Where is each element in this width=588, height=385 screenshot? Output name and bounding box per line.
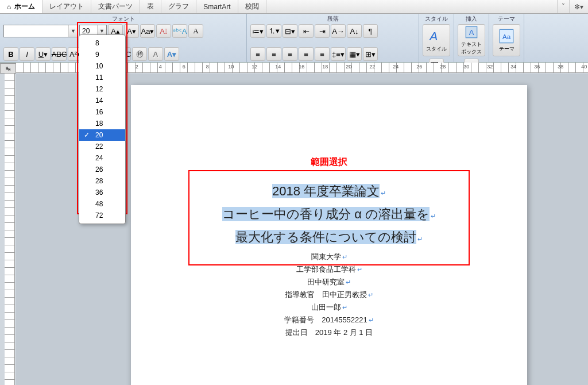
group-styles-label: スタイル	[423, 15, 450, 23]
strike-button[interactable]: ABC	[52, 47, 67, 61]
doc-line[interactable]: 提出日 2019 年 2 月 1 日	[177, 328, 481, 338]
clear-format-button[interactable]: A⃠	[156, 24, 171, 38]
styles-button[interactable]: A スタイル	[423, 24, 450, 56]
svg-text:A: A	[428, 29, 438, 43]
change-case-button[interactable]: Aa▾	[140, 24, 155, 38]
font-size-option[interactable]: 14	[79, 95, 125, 106]
font-size-option[interactable]: 48	[79, 198, 125, 210]
font-size-option[interactable]: 24	[79, 152, 125, 164]
collapse-ribbon[interactable]: ˇ	[557, 0, 569, 13]
font-size-option[interactable]: 20	[79, 129, 125, 141]
tab-graph[interactable]: グラフ	[161, 0, 196, 13]
ruler-ticks: 2468101214161820222426283032343638404244	[131, 64, 588, 70]
line-spacing-button[interactable]: ‡≡▾	[331, 47, 346, 61]
underline-button[interactable]: U▾	[36, 47, 51, 61]
doc-line[interactable]: 工学部食品工学科↵	[177, 264, 481, 275]
char-border-button[interactable]: A	[188, 24, 203, 38]
group-theme-label: テーマ	[493, 15, 520, 23]
ruler-vertical[interactable]	[5, 74, 15, 385]
justify-button[interactable]: ≡	[299, 47, 314, 61]
group-insert: 挿入 A テキスト ボックス ◧▾ 🖼▾	[454, 14, 489, 62]
ruler-corner[interactable]: ↹	[0, 63, 16, 74]
tab-table[interactable]: 表	[140, 0, 161, 13]
indent-inc-button[interactable]: ⇥	[315, 24, 330, 38]
align-center-button[interactable]: ≡	[266, 47, 281, 61]
return-mark-icon: ↵	[369, 317, 374, 324]
tab-home[interactable]: ⌂ ホーム	[0, 0, 42, 13]
return-mark-icon: ↵	[357, 266, 362, 273]
doc-line[interactable]: 学籍番号 20145552221↵	[177, 315, 481, 325]
font-size-option[interactable]: 18	[79, 118, 125, 129]
return-mark-icon: ↵	[346, 279, 351, 286]
font-size-input[interactable]	[80, 27, 97, 35]
gear-icon: ✻	[574, 3, 580, 11]
selection-box-annotation	[188, 170, 470, 265]
font-size-option[interactable]: 8	[79, 37, 125, 49]
text-effect2-button[interactable]: A▾	[164, 47, 179, 61]
font-size-option[interactable]: 36	[79, 187, 125, 198]
enclose-char-button[interactable]: ㊕	[132, 47, 147, 61]
font-name-input[interactable]	[4, 27, 68, 35]
font-size-option[interactable]: 12	[79, 83, 125, 95]
page: 範囲選択 2018 年度卒業論文↵ コーヒー中の香り成分 α の溶出量を↵ 最大…	[131, 85, 527, 385]
ribbon-tabs: ⌂ ホーム レイアウト 文書パーツ 表 グラフ SmartArt 校閲 ˇ ✻▾	[0, 0, 588, 14]
font-size-option[interactable]: 26	[79, 164, 125, 175]
font-size-option[interactable]: 16	[79, 106, 125, 118]
group-paragraph: 段落 ≔▾ ⒈▾ ⊟▾ ⇤ ⇥ A→ A↓ ¶ ≡ ≡ ≡ ≡ ≡ ‡≡▾ ▦▾…	[247, 14, 419, 62]
return-mark-icon: ↵	[368, 291, 373, 298]
phonetic-button[interactable]: ᵃᵇᶜA	[172, 24, 187, 38]
indent-dec-button[interactable]: ⇤	[299, 24, 314, 38]
return-mark-icon: ↵	[342, 304, 347, 311]
tab-review[interactable]: 校閲	[238, 0, 266, 13]
distribute-button[interactable]: ≡	[315, 47, 330, 61]
sort-button[interactable]: A↓	[347, 24, 362, 38]
selection-annotation: 範囲選択	[311, 156, 347, 168]
font-size-option[interactable]: 10	[79, 60, 125, 72]
numbering-button[interactable]: ⒈▾	[266, 24, 281, 38]
font-size-dropdown: 891011121416182022242628364872	[79, 34, 126, 224]
group-styles: スタイル A スタイル 🄰▾ 🌐	[419, 14, 454, 62]
styles-icon: A	[428, 28, 444, 44]
bullets-button[interactable]: ≔▾	[250, 24, 265, 38]
svg-text:Aa: Aa	[502, 32, 511, 40]
group-insert-label: 挿入	[458, 15, 485, 23]
group-theme: テーマ Aa テーマ	[489, 14, 524, 62]
theme-icon: Aa	[498, 28, 514, 44]
align-right-button[interactable]: ≡	[283, 47, 297, 61]
doc-line[interactable]: 田中研究室↵	[177, 277, 481, 287]
settings-gear[interactable]: ✻▾	[569, 0, 588, 13]
font-name-combo[interactable]: ▼	[3, 25, 78, 37]
textbox-button[interactable]: A テキスト ボックス	[458, 24, 485, 56]
borders-button[interactable]: ⊞▾	[363, 47, 378, 61]
styles-label: スタイル	[426, 45, 447, 53]
doc-line[interactable]: 山田一郎↵	[177, 302, 481, 313]
chevron-down-icon[interactable]: ▼	[68, 25, 78, 37]
theme-label: テーマ	[499, 45, 514, 53]
font-size-option[interactable]: 22	[79, 141, 125, 152]
bold-button[interactable]: B	[3, 47, 18, 61]
shrink-font-button[interactable]: A▾	[124, 24, 139, 38]
ltr-button[interactable]: A→	[331, 24, 346, 38]
text-effect-button[interactable]: A	[148, 47, 163, 61]
font-size-option[interactable]: 72	[79, 210, 125, 221]
home-icon: ⌂	[7, 3, 11, 11]
multilevel-button[interactable]: ⊟▾	[283, 24, 297, 38]
textbox-label: テキスト ボックス	[461, 41, 482, 56]
doc-line[interactable]: 指導教官 田中正男教授↵	[177, 290, 481, 300]
tab-parts[interactable]: 文書パーツ	[91, 0, 140, 13]
svg-text:A: A	[469, 28, 474, 37]
font-size-option[interactable]: 28	[79, 175, 125, 187]
group-paragraph-label: 段落	[250, 15, 415, 23]
group-font-label: フォント	[3, 15, 243, 23]
tab-layout[interactable]: レイアウト	[42, 0, 91, 13]
show-marks-button[interactable]: ¶	[363, 24, 378, 38]
align-left-button[interactable]: ≡	[250, 47, 265, 61]
tab-home-label: ホーム	[14, 2, 35, 11]
textbox-icon: A	[463, 25, 479, 40]
font-size-option[interactable]: 9	[79, 49, 125, 60]
theme-button[interactable]: Aa テーマ	[493, 24, 520, 56]
italic-button[interactable]: I	[20, 47, 34, 61]
font-size-option[interactable]: 11	[79, 72, 125, 83]
tab-smartart[interactable]: SmartArt	[196, 0, 238, 13]
shading-button[interactable]: ▦▾	[347, 47, 362, 61]
